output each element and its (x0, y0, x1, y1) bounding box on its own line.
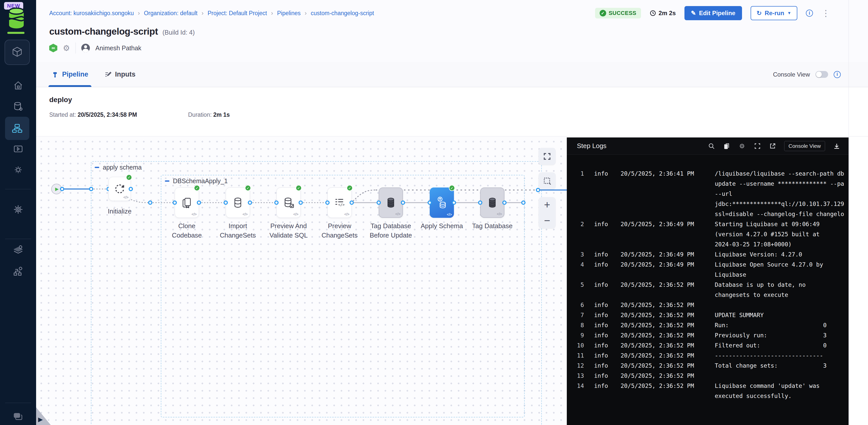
log-message: ------------------------------- (715, 352, 823, 359)
expand-arrow-icon[interactable]: ▶ (38, 416, 43, 423)
avatar (81, 44, 90, 52)
sidebar-item-home[interactable] (0, 80, 36, 90)
log-message: Starting Liquibase at 09:06:49 (715, 221, 819, 227)
log-message: Liquibase Version: 4.27.0 (715, 251, 802, 258)
log-level: info (594, 362, 609, 369)
sidebar-item-executions[interactable] (0, 144, 36, 154)
breadcrumb-account[interactable]: Account: kurosakiichigo.songoku (49, 10, 134, 17)
status-badge: ✓ SUCCESS (595, 8, 641, 19)
log-line: 11 info 20/5/2025, 2:36:52 PM ----------… (567, 350, 849, 361)
info-icon[interactable]: i (834, 71, 841, 78)
sidebar-item-environments[interactable] (0, 244, 36, 255)
step-label: Initialize (97, 207, 143, 216)
group-label-apply-schema[interactable]: apply schema (95, 164, 142, 171)
kebab-menu-icon[interactable]: ⋮ (822, 10, 830, 16)
step-node-preview-changesets[interactable]: </> </> (328, 188, 352, 218)
database-icon (384, 196, 397, 209)
breadcrumb-pipelines[interactable]: Pipelines (277, 10, 301, 17)
fullscreen-icon[interactable] (754, 142, 761, 149)
console-view-label: Console View (773, 71, 810, 78)
tab-pipeline[interactable]: Pipeline (49, 62, 91, 87)
harness-dbops-logo[interactable] (7, 7, 25, 30)
divider (75, 42, 76, 54)
step-node-tag-database-before-update[interactable]: </> (379, 188, 403, 218)
step-node-clone-codebase[interactable]: </> (175, 188, 199, 218)
log-timestamp: 20/5/2025, 2:36:52 PM (621, 332, 707, 339)
script-tag: </> (123, 195, 128, 199)
log-message: Run: 0 (715, 322, 827, 329)
zoom-out-button[interactable]: − (544, 216, 550, 226)
tab-bar: Pipeline Inputs Console View i (36, 62, 868, 87)
sidebar-item-settings-small[interactable] (0, 165, 36, 175)
step-logs-title: Step Logs (577, 142, 607, 150)
sidebar-item-databases[interactable] (0, 101, 36, 112)
console-view-button[interactable]: Console View (784, 141, 825, 151)
download-icon[interactable] (833, 142, 840, 149)
info-icon[interactable]: i (806, 9, 813, 17)
log-level: info (594, 302, 609, 308)
log-line-number: 12 (567, 362, 584, 369)
canvas-fullscreen-button[interactable] (538, 148, 556, 165)
sidebar-item-pipelines-active[interactable] (5, 117, 29, 140)
cube-icon (11, 46, 23, 59)
log-lines[interactable]: 1 info 20/5/2025, 2:36:41 PM /liquibase/… (567, 154, 849, 425)
connector-dot (428, 201, 432, 205)
connector-dot (129, 187, 133, 191)
log-line: update --username ************** --pa (567, 179, 849, 189)
log-message: Liquibase command 'update' was (715, 382, 819, 389)
console-view-toggle[interactable] (815, 71, 828, 78)
connector-dot (173, 201, 177, 205)
breadcrumb-current[interactable]: custom-changelog-script (311, 10, 374, 17)
log-timestamp: 20/5/2025, 2:36:52 PM (621, 312, 707, 318)
log-line: --url (567, 189, 849, 199)
breadcrumb-project[interactable]: Project: Default Project (208, 10, 267, 17)
step-node-tag-database[interactable]: </> (480, 188, 504, 218)
rerun-button[interactable]: ↻ Re-run ▼ (751, 6, 797, 20)
group-label-dbschemaapply[interactable]: DBSchemaApply_1 (165, 177, 228, 185)
step-node-import-changesets[interactable]: </> (226, 188, 250, 218)
collapse-icon[interactable] (165, 180, 169, 182)
tab-inputs[interactable]: Inputs (101, 62, 138, 87)
collapse-icon[interactable] (95, 167, 99, 168)
log-line: 3 info 20/5/2025, 2:36:49 PM Liquibase V… (567, 249, 849, 259)
gear-icon[interactable]: ⚙ (63, 44, 70, 53)
log-line: 2 info 20/5/2025, 2:36:49 PM Starting Li… (567, 219, 849, 229)
connector-dot (148, 201, 153, 205)
refresh-icon: ↻ (757, 9, 762, 17)
log-level: info (594, 322, 609, 329)
log-line-number: 10 (567, 342, 584, 349)
script-tag: </> (192, 212, 197, 216)
step-label: Import ChangeSets (215, 221, 260, 240)
settings-gear-icon[interactable] (738, 142, 746, 150)
step-node-apply-schema[interactable]: </> (430, 188, 454, 218)
connector-dot (274, 201, 279, 205)
module-switcher-button[interactable] (4, 40, 30, 65)
pipeline-icon (52, 71, 59, 78)
stage-name: deploy (49, 96, 868, 104)
log-line: changesets to execute (567, 290, 849, 300)
log-line: ssl=disable --changelog-file changelo (567, 209, 849, 219)
search-icon[interactable] (708, 142, 715, 149)
log-line: jdbc:**************ql://10.101.37.129 (567, 199, 849, 209)
step-label: Preview ChangeSets (317, 221, 362, 240)
edit-pipeline-button[interactable]: ✎ Edit Pipeline (684, 6, 742, 20)
canvas-select-button[interactable] (538, 172, 556, 190)
step-node-initialize[interactable]: </> (108, 177, 131, 201)
log-level: info (594, 382, 609, 389)
sidebar-item-infrastructure[interactable] (0, 266, 36, 277)
log-line-number: 3 (567, 251, 584, 258)
open-external-icon[interactable] (769, 142, 776, 149)
help-chat-icon[interactable]: ? (0, 412, 36, 423)
zoom-in-button[interactable]: + (544, 200, 550, 210)
pipeline-canvas[interactable]: apply schema DBSchemaApply_1 ▶ </> ✓ Ini… (36, 137, 849, 425)
log-level: info (594, 352, 609, 359)
step-node-preview-validate-sql[interactable]: </> (276, 188, 301, 218)
copy-icon[interactable] (723, 142, 730, 149)
log-line-number: 2 (567, 221, 584, 227)
breadcrumb-organization[interactable]: Organization: default (144, 10, 197, 17)
log-line-number: 13 (567, 372, 584, 379)
sidebar-divider (5, 403, 31, 403)
log-level: info (594, 261, 609, 268)
sidebar-item-project-settings[interactable] (0, 204, 36, 215)
database-icon (486, 196, 499, 209)
